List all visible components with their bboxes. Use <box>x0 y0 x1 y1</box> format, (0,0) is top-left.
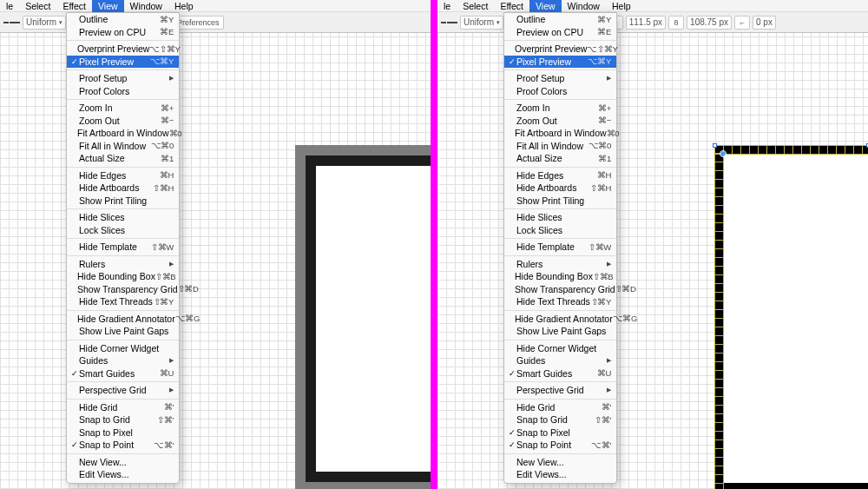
menu-item[interactable]: ✓Hide Text Threads⇧⌘Y <box>67 295 179 308</box>
menu-item[interactable]: ✓Zoom In⌘+ <box>67 102 179 115</box>
menu-item[interactable]: ✓Preview on CPU⌘E <box>67 26 179 39</box>
menu-item[interactable]: ✓Hide Slices <box>504 211 616 224</box>
menu-view[interactable]: View <box>529 0 562 12</box>
menu-le[interactable]: le <box>437 0 457 12</box>
menu-item[interactable]: ✓New View... <box>504 456 616 469</box>
menu-item[interactable]: ✓Fit All in Window⌥⌘0 <box>67 140 179 153</box>
menu-item[interactable]: ✓Lock Slices <box>504 224 616 237</box>
menu-window[interactable]: Window <box>124 0 168 12</box>
menu-item[interactable]: ✓Zoom Out⌘− <box>67 115 179 128</box>
stroke-dash-icon[interactable] <box>441 22 457 23</box>
menu-item[interactable]: ✓Hide Grid⌘' <box>67 401 179 414</box>
menu-item[interactable]: ✓Edit Views... <box>504 468 616 481</box>
menu-item[interactable]: ✓Rulers <box>67 258 179 271</box>
menu-item[interactable]: ✓Smart Guides⌘U <box>67 367 179 380</box>
width-input[interactable]: 111.5 px <box>626 16 666 30</box>
menu-item[interactable]: ✓Zoom In⌘+ <box>504 102 616 115</box>
menu-item[interactable]: ✓Proof Setup <box>67 72 179 85</box>
corner-icon[interactable]: ⌐ <box>734 16 750 30</box>
menu-item[interactable]: ✓Fit All in Window⌥⌘0 <box>504 140 616 153</box>
stroke-profile-select[interactable]: Uniform ▾ <box>460 16 503 30</box>
menu-item[interactable]: ✓Hide Slices <box>67 211 179 224</box>
menu-item-label: Guides <box>516 355 603 366</box>
anchor-tl[interactable] <box>713 143 717 148</box>
menu-item[interactable]: ✓Show Live Paint Gaps <box>504 325 616 338</box>
menu-item[interactable]: ✓Edit Views... <box>67 468 179 481</box>
menu-item[interactable]: ✓Snap to Point⌥⌘' <box>504 439 616 452</box>
menu-item[interactable]: ✓Hide Template⇧⌘W <box>504 241 616 254</box>
menu-item[interactable]: ✓Pixel Preview⌥⌘Y <box>504 56 616 69</box>
menu-item[interactable]: ✓Actual Size⌘1 <box>504 152 616 165</box>
link-wh-icon[interactable]: 8 <box>668 16 684 30</box>
menu-item[interactable]: ✓Hide Template⇧⌘W <box>67 241 179 254</box>
menu-item[interactable]: ✓Perspective Grid <box>67 384 179 397</box>
menu-item-shortcut: ⇧⌘D <box>615 284 636 294</box>
stroke-dash-icon[interactable] <box>3 22 20 23</box>
menu-item[interactable]: ✓Outline⌘Y <box>504 13 616 26</box>
menu-item[interactable]: ✓Hide Text Threads⇧⌘Y <box>504 295 616 308</box>
menu-item[interactable]: ✓Lock Slices <box>67 224 179 237</box>
menu-le[interactable]: le <box>0 0 19 12</box>
menu-select[interactable]: Select <box>19 0 56 12</box>
menu-item[interactable]: ✓Hide Grid⌘' <box>504 401 616 414</box>
menu-item[interactable]: ✓Proof Setup <box>504 72 616 85</box>
menu-item[interactable]: ✓Actual Size⌘1 <box>67 152 179 165</box>
menu-item[interactable]: ✓Preview on CPU⌘E <box>504 26 616 39</box>
menu-item[interactable]: ✓Guides <box>67 354 179 367</box>
menu-item[interactable]: ✓Snap to Pixel <box>67 426 179 439</box>
menu-item[interactable]: ✓Hide Edges⌘H <box>504 169 616 182</box>
menu-window[interactable]: Window <box>562 0 606 12</box>
menu-item-label: Rulers <box>79 259 166 269</box>
menu-item[interactable]: ✓Hide Bounding Box⇧⌘B <box>67 270 179 283</box>
menu-item[interactable]: ✓Hide Gradient Annotator⌥⌘G <box>67 313 179 326</box>
menu-item[interactable]: ✓Perspective Grid <box>504 384 616 397</box>
menu-item[interactable]: ✓Proof Colors <box>67 85 179 98</box>
control-bar-right: Uniform ▾ ◧ ⊞ ⫴ Shape: ↔ 111.5 px 8 108.… <box>437 12 868 33</box>
menu-item[interactable]: ✓Hide Edges⌘H <box>67 169 179 182</box>
menu-item-label: Zoom Out <box>516 116 598 126</box>
menu-item[interactable]: ✓Hide Corner Widget <box>504 342 616 355</box>
stroke-profile-select[interactable]: Uniform ▾ <box>23 16 66 30</box>
menu-effect[interactable]: Effect <box>56 0 92 12</box>
menu-item[interactable]: ✓Hide Artboards⇧⌘H <box>67 182 179 195</box>
menu-item[interactable]: ✓Fit Artboard in Window⌘0 <box>504 127 616 140</box>
menu-view[interactable]: View <box>92 0 124 12</box>
height-input[interactable]: 108.75 px <box>687 16 732 30</box>
menu-item[interactable]: ✓Snap to Point⌥⌘' <box>67 439 179 452</box>
menu-item[interactable]: ✓New View... <box>67 456 179 469</box>
menu-item[interactable]: ✓Snap to Pixel <box>504 426 616 439</box>
menu-item[interactable]: ✓Overprint Preview⌥⇧⌘Y <box>67 43 179 56</box>
menu-item[interactable]: ✓Snap to Grid⇧⌘' <box>67 413 179 426</box>
corner-widget-tl[interactable] <box>720 151 726 156</box>
menu-item[interactable]: ✓Hide Corner Widget <box>67 342 179 355</box>
menu-item-shortcut: ⇧⌘H <box>590 183 611 193</box>
menu-item[interactable]: ✓Hide Gradient Annotator⌥⌘G <box>504 313 616 326</box>
menu-item[interactable]: ✓Overprint Preview⌥⇧⌘Y <box>504 43 616 56</box>
corner-input[interactable]: 0 px <box>753 16 776 30</box>
view-menu-dropdown[interactable]: ✓Outline⌘Y✓Preview on CPU⌘E✓Overprint Pr… <box>503 12 617 484</box>
preferences-button[interactable]: Preferences <box>173 16 224 30</box>
menu-item[interactable]: ✓Outline⌘Y <box>67 13 179 26</box>
menu-item[interactable]: ✓Show Transparency Grid⇧⌘D <box>504 283 616 296</box>
menu-item[interactable]: ✓Guides <box>504 354 616 367</box>
menu-item[interactable]: ✓Smart Guides⌘U <box>504 367 616 380</box>
menu-item[interactable]: ✓Show Print Tiling <box>67 195 179 208</box>
menu-item[interactable]: ✓Zoom Out⌘− <box>504 115 616 128</box>
menu-item[interactable]: ✓Hide Bounding Box⇧⌘B <box>504 270 616 283</box>
menu-item[interactable]: ✓Rulers <box>504 258 616 271</box>
menu-item[interactable]: ✓Pixel Preview⌥⌘Y <box>67 56 179 69</box>
menu-item[interactable]: ✓Show Print Tiling <box>504 195 616 208</box>
menu-item[interactable]: ✓Show Transparency Grid⇧⌘D <box>67 283 179 296</box>
menu-help[interactable]: Help <box>606 0 637 12</box>
menu-item[interactable]: ✓Snap to Grid⇧⌘' <box>504 413 616 426</box>
menu-select[interactable]: Select <box>457 0 494 12</box>
menu-item[interactable]: ✓Show Live Paint Gaps <box>67 325 179 338</box>
menu-item-shortcut: ⌥⇧⌘Y <box>587 44 617 54</box>
menu-item[interactable]: ✓Proof Colors <box>504 85 616 98</box>
view-menu-dropdown[interactable]: ✓Outline⌘Y✓Preview on CPU⌘E✓Overprint Pr… <box>66 12 180 484</box>
menu-effect[interactable]: Effect <box>494 0 529 12</box>
menu-help[interactable]: Help <box>168 0 200 12</box>
artwork-rect-crisp[interactable] <box>714 145 868 489</box>
menu-item[interactable]: ✓Fit Artboard in Window⌘0 <box>67 127 179 140</box>
menu-item[interactable]: ✓Hide Artboards⇧⌘H <box>504 182 616 195</box>
